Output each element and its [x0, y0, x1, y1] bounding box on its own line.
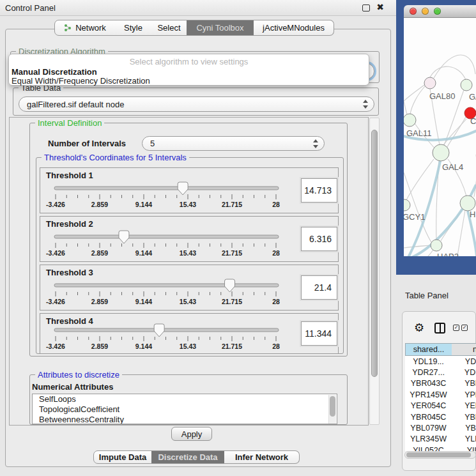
table-row[interactable]: YLR345WYLR3	[405, 434, 476, 445]
vertical-scrollbar-thumb[interactable]	[371, 130, 378, 377]
table-row[interactable]: YBR045CYBR0	[405, 411, 476, 422]
combo-stepper-icon	[362, 100, 368, 109]
table-row[interactable]: YER054CYER0	[405, 401, 476, 411]
panel-title: Control Panel	[0, 3, 56, 13]
window-zoom-button[interactable]	[434, 8, 441, 15]
svg-text:9.144: 9.144	[135, 249, 152, 257]
list-scrollbar[interactable]	[328, 395, 336, 424]
table-data-combobox[interactable]: galFiltered.sif default node	[19, 96, 374, 112]
node-label: GAL11	[406, 128, 432, 138]
threshold-4-row: Threshold 4 -3.4262.8599.14415.4321.7152…	[40, 313, 339, 354]
node-label: C	[470, 116, 476, 126]
svg-text:28: 28	[272, 298, 280, 305]
checkbox-icon[interactable]: ✓	[453, 325, 459, 331]
list-scrollbar-thumb[interactable]	[330, 396, 335, 417]
tab-label: Network	[75, 23, 106, 33]
node-label: GA	[469, 92, 476, 102]
slider-thumb[interactable]	[119, 231, 129, 243]
threshold-1-slider[interactable]: -3.4262.8599.14415.4321.71528	[49, 181, 300, 211]
table-row[interactable]: YPR145WYPR1	[405, 389, 476, 400]
apply-button[interactable]: Apply	[171, 427, 212, 441]
threshold-2-slider[interactable]: -3.4262.8599.14415.4321.71528	[49, 229, 300, 260]
svg-text:15.43: 15.43	[180, 201, 196, 208]
horizontal-scrollbar-thumb[interactable]	[406, 452, 471, 457]
svg-text:-3.426: -3.426	[46, 298, 65, 305]
tab-select[interactable]: Select	[151, 20, 187, 36]
table-row[interactable]: YDL19...YDL1	[405, 356, 476, 367]
control-panel-titlebar: Control Panel	[0, 0, 396, 16]
table-row[interactable]: YBR043CYBR0	[405, 378, 476, 389]
tab-jactivemnodules[interactable]: jActiveMNodules	[254, 20, 334, 36]
svg-text:15.43: 15.43	[180, 342, 196, 350]
table-row[interactable]: YIL052CYIL0	[405, 445, 476, 451]
number-of-intervals-combobox[interactable]: 5	[142, 136, 325, 151]
table-data-group: Table Data galFiltered.sif default node	[13, 88, 379, 116]
svg-text:21.715: 21.715	[222, 298, 242, 305]
split-columns-icon[interactable]	[434, 323, 445, 334]
column-header-name[interactable]: n	[452, 343, 476, 356]
network-node[interactable]	[424, 77, 436, 89]
svg-text:2.859: 2.859	[91, 249, 108, 257]
table-panel-title: Table Panel	[405, 291, 449, 300]
dropdown-option-manual-discretization[interactable]: Manual Discretization	[11, 67, 367, 77]
threshold-2-value-field[interactable]: 6.316	[301, 227, 337, 251]
network-node[interactable]	[460, 196, 475, 211]
svg-text:28: 28	[272, 342, 280, 350]
numerical-attributes-label: Numerical Attributes	[32, 382, 113, 392]
tab-style[interactable]: Style	[115, 20, 152, 36]
threshold-4-slider[interactable]: -3.4262.8599.14415.4321.71528	[49, 323, 300, 353]
network-node[interactable]	[433, 144, 449, 161]
tab-impute-data[interactable]: Impute Data	[93, 450, 152, 464]
svg-text:9.144: 9.144	[135, 298, 152, 305]
table-row[interactable]: YDR27...YDR2	[405, 367, 476, 378]
slider-thumb[interactable]	[178, 182, 188, 195]
tab-infer-network[interactable]: Infer Network	[224, 450, 300, 464]
svg-text:-3.426: -3.426	[46, 342, 65, 350]
threshold-3-slider[interactable]: -3.4262.8599.14415.4321.71528	[49, 278, 300, 309]
column-header-shared-name[interactable]: shared...	[405, 343, 452, 356]
attribute-list-item[interactable]: BetweennessCentrality	[33, 415, 337, 424]
svg-text:2.859: 2.859	[91, 201, 108, 208]
svg-text:21.715: 21.715	[222, 249, 242, 257]
threshold-1-value-field[interactable]: 14.713	[301, 178, 337, 203]
tab-network[interactable]: Network	[54, 20, 116, 36]
svg-text:9.144: 9.144	[135, 342, 152, 350]
algorithm-dropdown-popup: Select algorithm to view settings Manual…	[8, 54, 369, 86]
slider-thumb[interactable]	[225, 279, 235, 292]
svg-text:9.144: 9.144	[135, 201, 152, 208]
threshold-4-value-field[interactable]: 11.344	[301, 321, 337, 346]
table-rows[interactable]: YDL19...YDL1YDR27...YDR2YBR043CYBR0YPR14…	[405, 356, 476, 451]
gear-icon[interactable]: ⚙	[414, 321, 424, 334]
dropdown-placeholder: Select algorithm to view settings	[9, 57, 369, 66]
slider-thumb[interactable]	[154, 324, 164, 337]
svg-text:15.43: 15.43	[180, 249, 196, 257]
table-row[interactable]: YBL079WYBL0	[405, 422, 476, 433]
attribute-list-item[interactable]: TopologicalCoefficient	[33, 404, 337, 415]
network-window-titlebar[interactable]	[404, 5, 476, 18]
threshold-1-row: Threshold 1 -3.4262.8599.14415.4321.7152…	[40, 167, 339, 213]
threshold-2-row: Threshold 2 -3.4262.8599.14415.4321.7152…	[40, 216, 339, 262]
group-title: Interval Definition	[35, 118, 104, 128]
network-node[interactable]	[431, 240, 442, 251]
network-node[interactable]	[404, 114, 416, 127]
tab-discretize-data[interactable]: Discretize Data	[151, 450, 225, 464]
checkbox-icon[interactable]: ✓	[461, 325, 468, 331]
network-node[interactable]	[404, 199, 410, 211]
threshold-3-row: Threshold 3 -3.4262.8599.14415.4321.7152…	[40, 265, 339, 311]
svg-text:28: 28	[272, 249, 280, 257]
window-minimize-button[interactable]	[422, 8, 429, 15]
dropdown-option-equal-width-frequency[interactable]: Equal Width/Frequency Discretization	[11, 76, 367, 86]
group-title: Attributes to discretize	[35, 370, 122, 380]
threshold-3-value-field[interactable]: 21.4	[301, 275, 337, 300]
svg-text:2.859: 2.859	[91, 298, 108, 305]
svg-text:28: 28	[272, 201, 280, 208]
window-close-button[interactable]	[410, 8, 417, 15]
close-icon[interactable]: ✖	[375, 2, 385, 13]
network-canvas[interactable]: GAL80GACGAL11GAL4GCY1HHAP2	[404, 18, 476, 256]
tab-cyni-toolbox[interactable]: Cyni Toolbox	[187, 20, 254, 36]
svg-text:15.43: 15.43	[180, 298, 196, 305]
network-node[interactable]	[461, 79, 472, 91]
numerical-attributes-list[interactable]: SelfLoopsTopologicalCoefficientBetweenne…	[32, 394, 337, 424]
attribute-list-item[interactable]: SelfLoops	[33, 394, 337, 404]
float-window-icon[interactable]	[362, 4, 370, 12]
